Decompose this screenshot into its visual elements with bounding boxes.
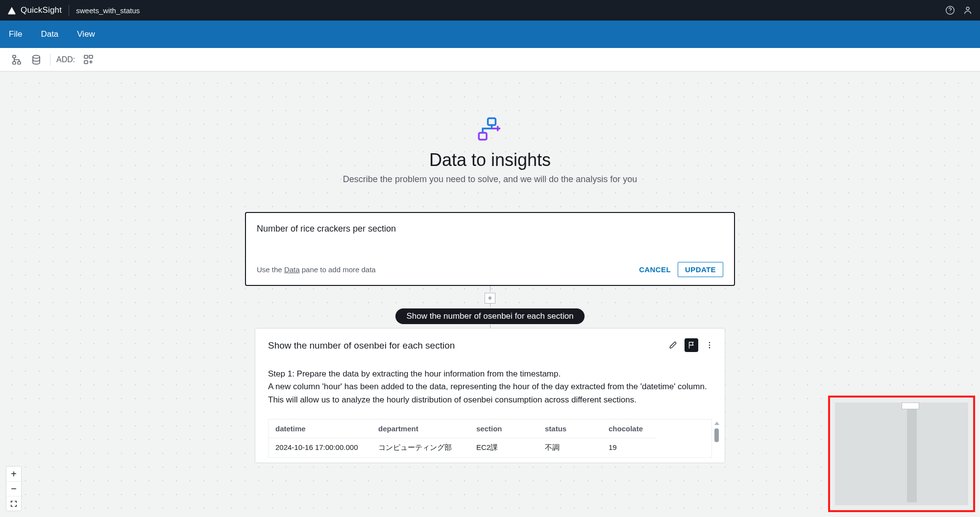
- hero-title: Data to insights: [429, 150, 551, 170]
- canvas[interactable]: Data to insights Describe the problem yo…: [0, 71, 980, 517]
- help-icon[interactable]: [945, 5, 956, 16]
- prompt-hint: Use the Data pane to add more data: [257, 265, 376, 274]
- svg-rect-11: [488, 118, 496, 125]
- svg-rect-0: [8, 14, 16, 15]
- svg-rect-4: [13, 55, 16, 58]
- quicksight-icon: [7, 5, 17, 15]
- svg-point-7: [33, 55, 40, 58]
- menu-data[interactable]: Data: [41, 29, 58, 39]
- schema-icon[interactable]: [11, 54, 23, 66]
- svg-rect-6: [18, 62, 21, 64]
- svg-point-14: [709, 345, 710, 346]
- svg-point-15: [709, 347, 710, 348]
- zoom-in-button[interactable]: +: [6, 467, 21, 481]
- connector-line: [490, 286, 490, 292]
- card-body: Step 1: Prepare the data by extracting t…: [268, 368, 712, 406]
- svg-rect-10: [89, 55, 93, 58]
- topbar-divider: [69, 5, 69, 16]
- insights-icon: [476, 117, 504, 144]
- cancel-button[interactable]: CANCEL: [639, 265, 671, 274]
- menu-view[interactable]: View: [77, 29, 95, 39]
- tool-bar: ADD:: [0, 48, 980, 71]
- add-node-button[interactable]: +: [485, 293, 495, 304]
- edit-icon[interactable]: [668, 340, 679, 351]
- fullscreen-button[interactable]: [6, 496, 21, 511]
- table-scrollbar[interactable]: [713, 421, 719, 456]
- svg-rect-8: [84, 55, 88, 58]
- svg-point-2: [950, 12, 950, 13]
- data-pane-link[interactable]: Data: [284, 265, 300, 274]
- table-header: datetime department section status choco…: [269, 420, 711, 438]
- menu-bar: File Data View: [0, 21, 980, 48]
- svg-rect-9: [84, 61, 88, 64]
- add-label: ADD:: [56, 55, 75, 64]
- zoom-controls: + −: [6, 466, 22, 511]
- app-logo[interactable]: QuickSight: [7, 5, 62, 15]
- user-icon[interactable]: [962, 5, 973, 16]
- connector-line: [490, 325, 490, 329]
- minimap[interactable]: [828, 396, 975, 512]
- prompt-box: Use the Data pane to add more data CANCE…: [245, 212, 735, 286]
- hero-subtitle: Describe the problem you need to solve, …: [343, 174, 637, 185]
- menu-file[interactable]: File: [9, 29, 22, 39]
- add-datasource-icon[interactable]: [83, 54, 95, 66]
- top-bar: QuickSight sweets_with_status: [0, 0, 980, 21]
- svg-rect-5: [13, 62, 16, 64]
- answer-card: Show the number of osenbei for each sect…: [255, 328, 725, 463]
- svg-rect-12: [479, 133, 487, 140]
- app-name: QuickSight: [21, 5, 62, 15]
- flag-icon[interactable]: [685, 338, 698, 352]
- zoom-out-button[interactable]: −: [6, 481, 21, 496]
- card-title: Show the number of osenbei for each sect…: [268, 340, 712, 351]
- svg-point-3: [966, 7, 969, 10]
- update-button[interactable]: UPDATE: [678, 262, 723, 277]
- database-icon[interactable]: [30, 54, 42, 66]
- table-row[interactable]: 2024-10-16 17:00:00.000 コンピューティング部 EC2課 …: [269, 438, 711, 457]
- result-table: datetime department section status choco…: [268, 419, 712, 458]
- document-title: sweets_with_status: [76, 6, 140, 15]
- svg-point-13: [709, 342, 710, 343]
- question-pill[interactable]: Show the number of osenbei for each sect…: [395, 308, 584, 324]
- connector-line: [490, 304, 490, 306]
- more-icon[interactable]: [704, 340, 715, 351]
- toolbar-divider: [50, 54, 50, 66]
- prompt-input[interactable]: [257, 224, 723, 253]
